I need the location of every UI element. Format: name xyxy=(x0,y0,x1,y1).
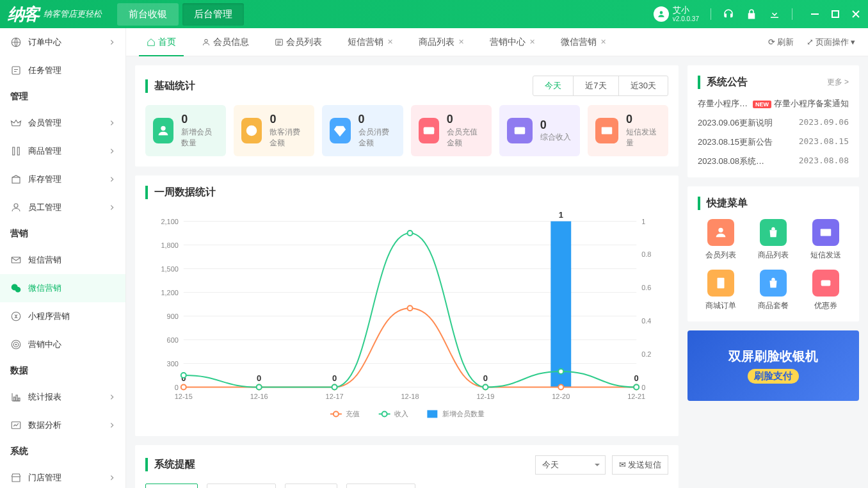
close-icon[interactable] xyxy=(851,10,860,19)
card-icon xyxy=(419,118,439,143)
sidebar-item-goods[interactable]: 商品管理 xyxy=(0,137,125,165)
sidebar-item-tasks[interactable]: 任务管理 xyxy=(0,56,125,85)
sidebar-item-label: 微信营销 xyxy=(28,282,61,294)
reminder-range-select[interactable]: 今天 xyxy=(535,455,606,475)
refresh-button[interactable]: ⟳刷新 xyxy=(768,37,794,48)
mode-tab-front[interactable]: 前台收银 xyxy=(117,3,179,26)
tab-close-icon[interactable]: ✕ xyxy=(600,38,606,46)
store-icon xyxy=(10,472,22,484)
svg-point-0 xyxy=(660,11,663,14)
sidebar-item-stock[interactable]: 库存管理 xyxy=(0,165,125,193)
stat-value: 0 xyxy=(540,118,571,133)
range-tab-1[interactable]: 近7天 xyxy=(573,76,618,95)
banner-title: 双屏刷脸收银机 xyxy=(728,348,818,365)
tab-0[interactable]: 首页 xyxy=(139,28,184,56)
svg-point-70 xyxy=(407,305,412,311)
announcement-row[interactable]: 2023.08.08系统…2023.08.08 xyxy=(698,156,849,167)
promo-banner[interactable]: 双屏刷脸收银机 刷脸支付 xyxy=(687,330,859,401)
quick-item-4[interactable]: 商品套餐 xyxy=(750,270,796,311)
svg-rect-20 xyxy=(19,398,20,402)
sidebar-group: 管理 xyxy=(0,85,125,109)
quick-item-2[interactable]: 短信发送 xyxy=(803,219,849,261)
sidebar-item-label: 订单中心 xyxy=(28,37,61,48)
svg-text:12-18: 12-18 xyxy=(401,392,419,400)
week-chart: 03006009001,2001,5001,8002,10000.20.40.6… xyxy=(145,208,668,426)
sidebar-item-report[interactable]: 统计报表 xyxy=(0,383,125,411)
sidebar: 订单中心 任务管理管理 会员管理 商品管理 库存管理 员工管理营销 短信营销 微… xyxy=(0,28,126,488)
basic-stats-title: 基础统计 xyxy=(145,79,195,93)
maximize-icon[interactable] xyxy=(831,10,840,19)
reminder-tab-2[interactable]: 库存提醒 xyxy=(285,484,337,488)
svg-text:收入: 收入 xyxy=(394,410,408,418)
svg-rect-18 xyxy=(13,397,15,401)
headset-icon[interactable] xyxy=(723,8,734,20)
quick-item-0[interactable]: 会员列表 xyxy=(698,219,744,261)
range-tab-0[interactable]: 今天 xyxy=(533,76,574,96)
stat-value: 0 xyxy=(447,113,484,127)
tab-6[interactable]: 微信营销✕ xyxy=(553,28,614,56)
quick-item-3[interactable]: 商城订单 xyxy=(698,270,744,311)
quick-item-1[interactable]: 商品列表 xyxy=(750,219,796,261)
sidebar-item-label: 短信营销 xyxy=(28,254,61,266)
reminder-title: 系统提醒 xyxy=(145,458,195,471)
svg-text:900: 900 xyxy=(167,312,179,320)
reminder-tab-3[interactable]: 会员充次提醒 xyxy=(346,484,415,488)
sidebar-item-label: 小程序营销 xyxy=(28,311,70,322)
envelope-icon xyxy=(595,118,618,143)
svg-text:0: 0 xyxy=(634,373,639,382)
sidebar-item-label: 任务管理 xyxy=(28,65,61,76)
reminder-tabs: 生日提醒会员到期提醒库存提醒会员充次提醒 xyxy=(145,484,668,488)
sidebar-item-label: 门店管理 xyxy=(28,472,61,484)
quick-item-5[interactable]: 优惠券 xyxy=(803,270,849,311)
home-icon xyxy=(147,38,156,47)
tab-1[interactable]: 会员信息 xyxy=(194,28,257,56)
tab-close-icon[interactable]: ✕ xyxy=(458,38,464,46)
list-icon xyxy=(275,38,284,47)
range-tab-2[interactable]: 近30天 xyxy=(618,76,668,95)
svg-text:$: $ xyxy=(250,126,253,134)
svg-text:12-17: 12-17 xyxy=(326,392,344,400)
reminder-card: 系统提醒 今天 ✉发送短信 生日提醒会员到期提醒库存提醒会员充次提醒 xyxy=(135,445,679,488)
tab-2[interactable]: 会员列表 xyxy=(267,28,330,56)
titlebar: 纳客 纳客管店更轻松 前台收银 后台管理 艾小 v2.0.0.37 xyxy=(0,0,868,28)
sidebar-group: 营销 xyxy=(0,222,125,246)
svg-text:0.4: 0.4 xyxy=(641,317,651,325)
announcements-title: 系统公告 xyxy=(698,76,748,89)
svg-rect-93 xyxy=(718,278,725,289)
download-icon[interactable] xyxy=(769,8,780,20)
sidebar-item-sms[interactable]: 短信营销 xyxy=(0,246,125,274)
tab-close-icon[interactable]: ✕ xyxy=(529,38,535,46)
box-icon xyxy=(10,174,22,185)
tab-3[interactable]: 短信营销✕ xyxy=(340,28,401,56)
reminder-tab-0[interactable]: 生日提醒 xyxy=(145,484,198,488)
svg-point-73 xyxy=(558,384,563,389)
sidebar-item-center[interactable]: 营销中心 xyxy=(0,330,125,359)
sidebar-item-member[interactable]: 会员管理 xyxy=(0,109,125,137)
sidebar-item-orders[interactable]: 订单中心 xyxy=(0,28,125,56)
send-sms-button[interactable]: ✉发送短信 xyxy=(612,455,668,475)
tab-4[interactable]: 商品列表✕ xyxy=(411,28,472,56)
svg-point-87 xyxy=(382,411,387,416)
announcements-more[interactable]: 更多 > xyxy=(827,77,849,88)
sidebar-item-mini[interactable]: 小程序营销 xyxy=(0,302,125,330)
reminder-tab-1[interactable]: 会员到期提醒 xyxy=(207,484,276,488)
svg-rect-62 xyxy=(551,221,571,387)
mode-tab-back[interactable]: 后台管理 xyxy=(182,3,244,26)
tab-5[interactable]: 营销中心✕ xyxy=(482,28,543,56)
tab-close-icon[interactable]: ✕ xyxy=(387,38,393,46)
sidebar-item-analysis[interactable]: 数据分析 xyxy=(0,411,125,439)
svg-rect-89 xyxy=(427,410,437,418)
page-ops-button[interactable]: ⤢页面操作 ▾ xyxy=(807,37,855,48)
announcement-row[interactable]: 2023.09.06更新说明2023.09.06 xyxy=(698,117,849,129)
announcement-row[interactable]: 2023.08.15更新公告2023.08.15 xyxy=(698,136,849,148)
sidebar-item-store[interactable]: 门店管理 xyxy=(0,464,125,488)
sidebar-item-label: 会员管理 xyxy=(28,117,61,129)
announcement-row[interactable]: 存量小程序…NEW存量小程序备案通知 xyxy=(698,98,849,110)
lock-icon[interactable] xyxy=(746,8,757,20)
minimize-icon[interactable] xyxy=(810,10,819,19)
svg-point-77 xyxy=(257,384,262,389)
sidebar-item-staff[interactable]: 员工管理 xyxy=(0,193,125,222)
svg-text:12-19: 12-19 xyxy=(476,392,494,400)
user-box[interactable]: 艾小 v2.0.0.37 xyxy=(654,6,699,22)
sidebar-item-wechat[interactable]: 微信营销 xyxy=(0,274,125,302)
